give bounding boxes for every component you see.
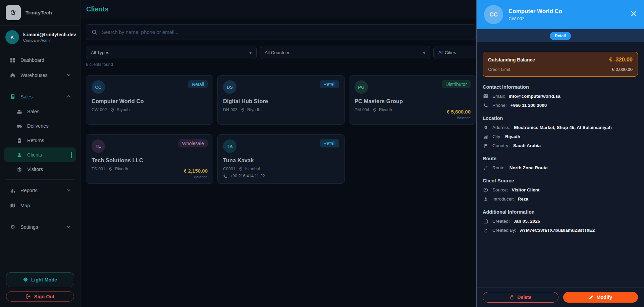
client-city: Riyadh: [115, 167, 128, 171]
client-detail-drawer: CC Computer World Co CW-002 Retail Outst…: [476, 0, 644, 307]
sign-out-label: Sign Out: [34, 294, 54, 299]
map-icon: [10, 203, 16, 208]
trash-icon: [509, 295, 514, 300]
light-mode-label: Light Mode: [31, 277, 57, 282]
address-label: Address:: [492, 125, 510, 130]
sidebar-label: Warehouses: [20, 73, 48, 78]
return-clipboard-icon: [16, 138, 22, 143]
source-label: Source:: [492, 187, 508, 192]
route-value: North Zone Route: [509, 165, 548, 170]
truck-icon: [16, 123, 22, 129]
nav-divider: [6, 86, 74, 86]
person-icon: [483, 197, 489, 201]
introducer-label: Introducer:: [492, 196, 514, 202]
sidebar-footer: ☀ Light Mode Sign Out: [0, 272, 80, 307]
search-input[interactable]: [102, 29, 470, 35]
sidebar-item-visitors[interactable]: Visitors: [4, 162, 76, 176]
envelope-icon: [483, 94, 489, 98]
location-pin-icon: [109, 167, 113, 171]
client-avatar: DS: [223, 80, 236, 94]
created-label: Created:: [492, 219, 510, 224]
user-role: Company Admin: [23, 38, 76, 42]
client-city: Riyadh: [117, 107, 130, 112]
source-row: Source: Visitor Client: [483, 187, 638, 192]
sign-out-button[interactable]: Sign Out: [6, 291, 74, 302]
client-type-badge: Wholesale: [178, 139, 208, 147]
drawer-client-avatar: CC: [484, 5, 503, 24]
client-name: Digital Hub Store: [223, 98, 339, 104]
drawer-client-name: Computer World Co: [508, 8, 562, 15]
drawer-type-badge: Retail: [550, 32, 571, 40]
drawer-client-code: CW-002: [508, 16, 562, 21]
location-pin-icon: [483, 125, 489, 130]
route-icon: [483, 166, 489, 170]
country-value: Saudi Arabia: [513, 143, 541, 148]
introducer-row: Introducer: Reza: [483, 196, 638, 202]
pencil-icon: [589, 295, 593, 300]
client-card-digital-hub[interactable]: DS Retail Digital Hub Store DH-003 Riyad…: [217, 75, 345, 125]
modify-button[interactable]: Modify: [563, 292, 638, 303]
sidebar-label: Sales: [27, 109, 39, 114]
section-title: Additional Information: [483, 209, 638, 215]
sidebar-nav: Dashboard Warehouses Sales S: [0, 49, 80, 272]
delete-label: Delete: [517, 295, 531, 300]
drawer-body: Outstanding Balance € -320.00 Credit Lim…: [477, 42, 644, 287]
client-card-tuna-kavak[interactable]: TK Retail Tuna Kavak C0001 Istanbul +90 …: [217, 134, 345, 184]
delete-button[interactable]: Delete: [483, 292, 558, 303]
sidebar-item-reports[interactable]: Reports: [4, 183, 76, 198]
client-code: C0001: [223, 167, 235, 171]
close-icon[interactable]: [631, 11, 637, 17]
sidebar-item-settings[interactable]: ⚙ Settings: [4, 219, 76, 234]
country-filter-value: All Countries: [265, 50, 290, 55]
nav-divider: [6, 179, 74, 180]
location-pin-icon: [239, 167, 243, 171]
sidebar-item-warehouses[interactable]: Warehouses: [4, 68, 76, 83]
sidebar-item-clients[interactable]: Clients: [4, 147, 76, 162]
address-value: Electronics Market, Shop 45, Al Sulaiman…: [514, 125, 611, 130]
brand-row: TrinityTech: [0, 0, 80, 26]
sidebar-item-returns[interactable]: Returns: [4, 133, 76, 147]
client-name: PC Masters Group: [355, 98, 471, 104]
sidebar-label: Dashboard: [20, 57, 44, 63]
client-balance: € 5,600.00 Balance: [447, 109, 471, 120]
sidebar-item-map[interactable]: Map: [4, 198, 76, 213]
email-value: info@computerworld.sa: [509, 94, 560, 99]
client-card-tech-solutions[interactable]: TL Wholesale Tech Solutions LLC TS-001 R…: [86, 134, 213, 184]
section-title: Route: [483, 156, 638, 161]
client-type-badge: Retail: [188, 80, 208, 88]
client-avatar: CC: [92, 80, 105, 94]
type-filter-select[interactable]: All Types ▾: [86, 46, 257, 59]
page-title: Clients: [86, 5, 109, 13]
active-indicator: [71, 152, 72, 158]
city-value: Riyadh: [505, 134, 520, 139]
search-icon: [92, 29, 97, 35]
sidebar-label: Sales: [20, 94, 33, 99]
building-icon: [483, 134, 489, 139]
sidebar-item-deliveries[interactable]: Deliveries: [4, 119, 76, 133]
country-filter-select[interactable]: All Countries ▾: [260, 46, 430, 59]
light-mode-button[interactable]: ☀ Light Mode: [6, 272, 74, 287]
client-card-pc-masters[interactable]: PG Distributor PC Masters Group PM-004 R…: [349, 75, 476, 125]
city-row: City: Riyadh: [483, 134, 638, 139]
client-search: [86, 24, 476, 40]
sidebar-item-dashboard[interactable]: Dashboard: [4, 52, 76, 68]
client-meta: C0001 Istanbul: [223, 167, 339, 171]
sidebar-item-sales-group[interactable]: Sales: [4, 89, 76, 104]
person-circle-icon: [483, 188, 489, 192]
dropdown-arrow-icon: ▾: [423, 50, 425, 55]
client-avatar: TL: [92, 139, 105, 153]
phone-value: +966 11 200 3000: [511, 103, 547, 108]
sidebar-label: Clients: [27, 152, 42, 158]
sidebar-label: Map: [20, 203, 30, 208]
user-profile[interactable]: K k.imani@trinitytech.dev Company Admin: [0, 26, 80, 49]
sidebar-item-sales[interactable]: Sales: [4, 104, 76, 119]
logout-icon: [26, 294, 31, 299]
client-name: Tuna Kavak: [223, 157, 339, 164]
client-card-computer-world[interactable]: CC Retail Computer World Co CW-002 Riyad…: [86, 75, 213, 125]
visitor-badge-icon: [16, 167, 22, 172]
flag-icon: [483, 143, 489, 148]
client-city: Riyadh: [247, 107, 260, 112]
client-type-badge: Distributor: [442, 80, 471, 88]
drawer-footer: Delete Modify: [477, 287, 644, 307]
route-label: Route:: [492, 165, 506, 170]
